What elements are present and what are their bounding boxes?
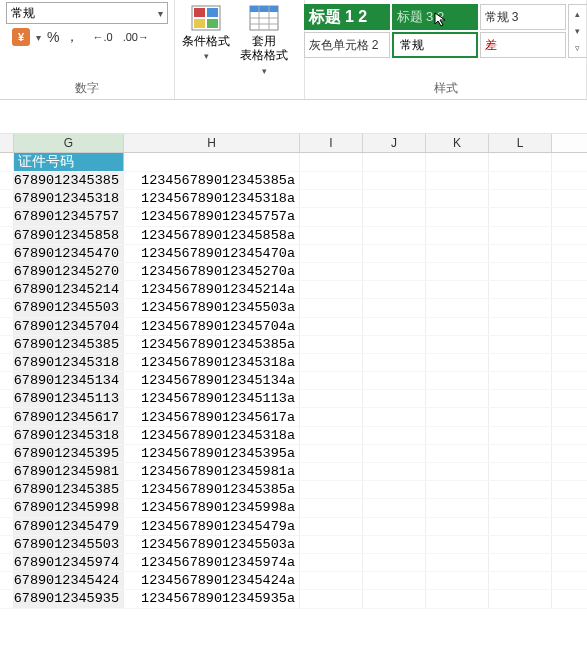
cell-I[interactable] [300,227,363,244]
cell-I[interactable] [300,481,363,498]
currency-icon[interactable]: ¥ [12,28,30,46]
table-row[interactable]: 56789012345385123456789012345385a [0,172,587,190]
table-row[interactable]: 56789012345757123456789012345757a [0,208,587,226]
cell-I[interactable] [300,281,363,298]
cell-I[interactable] [300,463,363,480]
cell-K[interactable] [426,463,489,480]
cell-L[interactable] [489,390,552,407]
cell-H[interactable]: 123456789012345385a [124,481,300,498]
cell-K[interactable] [426,390,489,407]
table-row[interactable]: 56789012345935123456789012345935a [0,590,587,608]
cell-H[interactable]: 123456789012345974a [124,554,300,571]
table-row[interactable]: 56789012345981123456789012345981a [0,463,587,481]
col-header-G[interactable]: G [14,134,124,152]
cell-I[interactable] [300,590,363,607]
cell-J[interactable] [363,227,426,244]
cell-K[interactable] [426,190,489,207]
cell-I[interactable] [300,445,363,462]
decrease-decimal-button[interactable]: .00→ [120,29,152,45]
cell-H[interactable]: 123456789012345935a [124,590,300,607]
cell-I[interactable] [300,354,363,371]
grid-rows[interactable]: 证件号码 56789012345385123456789012345385a56… [0,153,587,609]
cell-L[interactable] [489,463,552,480]
table-row[interactable]: 56789012345385123456789012345385a [0,336,587,354]
comma-button[interactable]: ， [65,28,79,46]
increase-decimal-button[interactable]: ←.0 [89,29,115,45]
style-title3[interactable]: 标题 3 2 [392,4,478,30]
cell-J[interactable] [363,572,426,589]
cell-K[interactable] [426,499,489,516]
style-gallery-expand[interactable]: ▴ ▾ ▿ [568,4,588,58]
cell-H[interactable]: 123456789012345617a [124,408,300,425]
cell-K[interactable] [426,572,489,589]
cell-I[interactable] [300,572,363,589]
cell-L[interactable] [489,190,552,207]
cell-G[interactable]: 56789012345395 [14,445,124,462]
cell-K[interactable] [426,408,489,425]
col-header-H[interactable]: H [124,134,300,152]
cell-K[interactable] [426,336,489,353]
cell-G[interactable]: 56789012345318 [14,190,124,207]
cell-J[interactable] [363,499,426,516]
cell-J[interactable] [363,281,426,298]
style-name-input[interactable] [398,36,472,54]
cell-I[interactable] [300,263,363,280]
cell-K[interactable] [426,518,489,535]
cell-L[interactable] [489,336,552,353]
cell-L[interactable] [489,263,552,280]
table-header-row[interactable]: 证件号码 [0,153,587,172]
cell-K[interactable] [426,281,489,298]
table-row[interactable]: 56789012345134123456789012345134a [0,372,587,390]
cell-I[interactable] [300,518,363,535]
cell-K[interactable] [426,481,489,498]
cell-I[interactable] [300,172,363,189]
table-row[interactable]: 56789012345503123456789012345503a [0,299,587,317]
table-row[interactable]: 56789012345974123456789012345974a [0,554,587,572]
cell-H[interactable]: 123456789012345424a [124,572,300,589]
cell-I[interactable] [300,190,363,207]
cell-H[interactable]: 123456789012345318a [124,190,300,207]
cell-L[interactable] [489,354,552,371]
cell-H[interactable]: 123456789012345385a [124,172,300,189]
cell-G[interactable]: 56789012345318 [14,427,124,444]
style-bad[interactable]: 差 [480,32,566,58]
cell-L[interactable] [489,590,552,607]
cell-J[interactable] [363,318,426,335]
cell-I[interactable] [300,499,363,516]
table-row[interactable]: 56789012345318123456789012345318a [0,427,587,445]
cell-G[interactable]: 56789012345503 [14,299,124,316]
cell-J[interactable] [363,427,426,444]
cell-H[interactable]: 123456789012345470a [124,245,300,262]
cell-G[interactable]: 56789012345214 [14,281,124,298]
cell-L[interactable] [489,572,552,589]
col-header-J[interactable]: J [363,134,426,152]
cell-G[interactable]: 56789012345270 [14,263,124,280]
cell-G[interactable]: 56789012345479 [14,518,124,535]
header-cell-G[interactable]: 证件号码 [14,153,124,171]
style-changgui3[interactable]: 常规 3 [480,4,566,30]
cell-K[interactable] [426,590,489,607]
cell-H[interactable]: 123456789012345503a [124,536,300,553]
cell-L[interactable] [489,281,552,298]
col-header-K[interactable]: K [426,134,489,152]
cell-I[interactable] [300,318,363,335]
table-row[interactable]: 56789012345479123456789012345479a [0,518,587,536]
cell-G[interactable]: 56789012345503 [14,536,124,553]
table-row[interactable]: 56789012345318123456789012345318a [0,190,587,208]
cell-I[interactable] [300,554,363,571]
table-row[interactable]: 56789012345270123456789012345270a [0,263,587,281]
cell-G[interactable]: 56789012345858 [14,227,124,244]
cell-J[interactable] [363,172,426,189]
cell-G[interactable]: 56789012345935 [14,590,124,607]
cell-L[interactable] [489,536,552,553]
cell-I[interactable] [300,390,363,407]
cell-H[interactable]: 123456789012345385a [124,336,300,353]
cell-I[interactable] [300,536,363,553]
cell-K[interactable] [426,318,489,335]
table-row[interactable]: 56789012345113123456789012345113a [0,390,587,408]
cell-K[interactable] [426,427,489,444]
cell-G[interactable]: 56789012345424 [14,572,124,589]
cell-G[interactable]: 56789012345385 [14,481,124,498]
cell-L[interactable] [489,554,552,571]
cell-L[interactable] [489,227,552,244]
